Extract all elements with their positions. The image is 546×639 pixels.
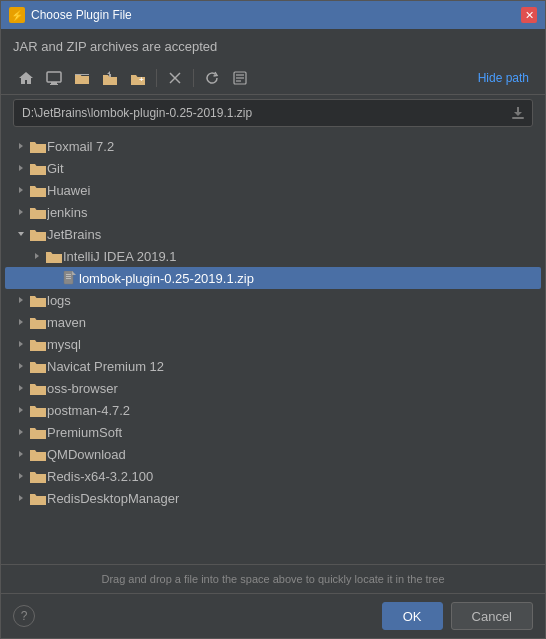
- tree-item[interactable]: Huawei: [5, 179, 541, 201]
- tree-label: IntelliJ IDEA 2019.1: [63, 249, 176, 264]
- tree-item[interactable]: Git: [5, 157, 541, 179]
- svg-marker-16: [35, 253, 39, 259]
- desktop-button[interactable]: [41, 66, 67, 90]
- folder-icon: [29, 157, 47, 179]
- folder-icon: [29, 443, 47, 465]
- svg-marker-14: [19, 209, 23, 215]
- title-bar: ⚡ Choose Plugin File ✕: [1, 1, 545, 29]
- tree-arrow: [13, 333, 29, 355]
- svg-marker-13: [19, 187, 23, 193]
- svg-rect-1: [51, 82, 57, 84]
- tree-label: logs: [47, 293, 71, 308]
- path-bar: D:\JetBrains\lombok-plugin-0.25-2019.1.z…: [13, 99, 533, 127]
- folder-icon: [29, 179, 47, 201]
- svg-marker-24: [19, 363, 23, 369]
- close-button[interactable]: ✕: [521, 7, 537, 23]
- tree-arrow: [13, 377, 29, 399]
- tree-arrow: [13, 355, 29, 377]
- folder-icon: [29, 421, 47, 443]
- tree-arrow: [13, 487, 29, 509]
- tree-item[interactable]: IntelliJ IDEA 2019.1: [5, 245, 541, 267]
- tree-label: jenkins: [47, 205, 87, 220]
- tree-arrow: [13, 311, 29, 333]
- svg-marker-29: [19, 473, 23, 479]
- svg-rect-18: [66, 274, 71, 275]
- tree-arrow: [13, 135, 29, 157]
- tree-item[interactable]: oss-browser: [5, 377, 541, 399]
- svg-marker-11: [19, 143, 23, 149]
- svg-marker-26: [19, 407, 23, 413]
- svg-rect-10: [512, 117, 524, 119]
- tree-item[interactable]: Redis-x64-3.2.100: [5, 465, 541, 487]
- tree-item[interactable]: postman-4.7.2: [5, 399, 541, 421]
- tree-arrow: [13, 443, 29, 465]
- svg-marker-28: [19, 451, 23, 457]
- dialog-window: ⚡ Choose Plugin File ✕ JAR and ZIP archi…: [0, 0, 546, 639]
- file-tree[interactable]: Foxmail 7.2GitHuaweijenkinsJetBrainsInte…: [5, 133, 541, 564]
- cancel-button[interactable]: Cancel: [451, 602, 533, 630]
- tree-item[interactable]: mysql: [5, 333, 541, 355]
- hide-path-button[interactable]: Hide path: [474, 69, 533, 87]
- svg-marker-25: [19, 385, 23, 391]
- tree-label: mysql: [47, 337, 81, 352]
- svg-marker-27: [19, 429, 23, 435]
- description-text: JAR and ZIP archives are accepted: [1, 29, 545, 62]
- bottom-bar: ? OK Cancel: [1, 593, 545, 638]
- svg-marker-23: [19, 341, 23, 347]
- folder-icon: [29, 333, 47, 355]
- path-download-button[interactable]: [508, 103, 528, 123]
- new-folder-button[interactable]: +: [125, 66, 151, 90]
- folder-icon: [29, 311, 47, 333]
- bookmarks-button[interactable]: [227, 66, 253, 90]
- open-folder-button[interactable]: [69, 66, 95, 90]
- folder-icon: [29, 487, 47, 509]
- zip-icon: [61, 267, 79, 289]
- dialog-title: Choose Plugin File: [31, 8, 515, 22]
- tree-item[interactable]: QMDownload: [5, 443, 541, 465]
- ok-button[interactable]: OK: [382, 602, 443, 630]
- help-button[interactable]: ?: [13, 605, 35, 627]
- tree-label: Foxmail 7.2: [47, 139, 114, 154]
- app-icon: ⚡: [9, 7, 25, 23]
- toolbar-separator-2: [193, 69, 194, 87]
- home-button[interactable]: [13, 66, 39, 90]
- tree-label: Navicat Premium 12: [47, 359, 164, 374]
- tree-item[interactable]: logs: [5, 289, 541, 311]
- folder-icon: [29, 135, 47, 157]
- folder-up-button[interactable]: [97, 66, 123, 90]
- svg-rect-17: [64, 271, 73, 284]
- tree-label: maven: [47, 315, 86, 330]
- tree-item[interactable]: Foxmail 7.2: [5, 135, 541, 157]
- tree-item[interactable]: maven: [5, 311, 541, 333]
- svg-rect-0: [47, 72, 61, 82]
- tree-item[interactable]: JetBrains: [5, 223, 541, 245]
- tree-label: QMDownload: [47, 447, 126, 462]
- tree-label: Redis-x64-3.2.100: [47, 469, 153, 484]
- tree-item[interactable]: PremiumSoft: [5, 421, 541, 443]
- tree-label: oss-browser: [47, 381, 118, 396]
- tree-item[interactable]: jenkins: [5, 201, 541, 223]
- tree-arrow: [45, 267, 61, 289]
- tree-arrow: [13, 399, 29, 421]
- folder-icon: [29, 465, 47, 487]
- tree-label: postman-4.7.2: [47, 403, 130, 418]
- tree-arrow: [13, 465, 29, 487]
- tree-label: lombok-plugin-0.25-2019.1.zip: [79, 271, 254, 286]
- tree-label: Git: [47, 161, 64, 176]
- tree-arrow: [29, 245, 45, 267]
- tree-arrow: [13, 223, 29, 245]
- tree-item[interactable]: lombok-plugin-0.25-2019.1.zip: [5, 267, 541, 289]
- svg-marker-30: [19, 495, 23, 501]
- folder-icon: [29, 289, 47, 311]
- tree-label: JetBrains: [47, 227, 101, 242]
- svg-rect-19: [66, 276, 71, 277]
- delete-button[interactable]: [162, 66, 188, 90]
- drag-hint: Drag and drop a file into the space abov…: [1, 564, 545, 593]
- tree-item[interactable]: Navicat Premium 12: [5, 355, 541, 377]
- folder-icon: [29, 201, 47, 223]
- tree-arrow: [13, 289, 29, 311]
- toolbar-separator-1: [156, 69, 157, 87]
- refresh-button[interactable]: [199, 66, 225, 90]
- tree-item[interactable]: RedisDesktopManager: [5, 487, 541, 509]
- folder-icon: [29, 399, 47, 421]
